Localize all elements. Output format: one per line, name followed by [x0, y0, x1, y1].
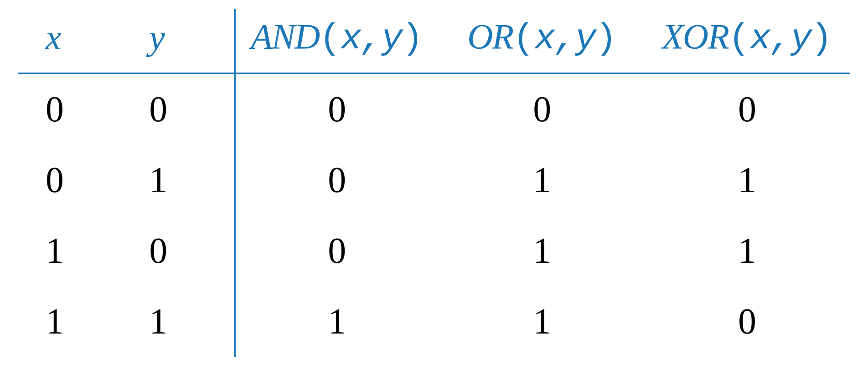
cell-xor: 1 — [645, 215, 850, 286]
paren-open: ( — [513, 19, 534, 59]
cell-and: 1 — [234, 286, 439, 357]
cell-x: 1 — [18, 286, 126, 357]
cell-y: 0 — [126, 73, 234, 145]
paren-close: ) — [402, 19, 423, 59]
header-y: y — [126, 9, 234, 73]
table-body: 0 0 0 0 0 0 1 0 1 1 1 0 0 1 1 1 — [18, 73, 850, 357]
paren-close: ) — [595, 19, 617, 59]
truth-table-container: x y AND(x,y) OR(x,y) XOR(x,y) 0 0 0 0 0 — [18, 9, 850, 357]
and-args: x,y — [341, 19, 402, 59]
table-row: 1 0 0 1 1 — [18, 215, 850, 286]
xor-args: x,y — [750, 19, 811, 59]
cell-x: 0 — [18, 145, 126, 215]
cell-and: 0 — [234, 145, 439, 215]
table-row: 1 1 1 1 0 — [18, 286, 850, 357]
header-and: AND(x,y) — [234, 9, 439, 73]
cell-xor: 1 — [645, 145, 850, 215]
cell-x: 1 — [18, 215, 126, 286]
header-xor: XOR(x,y) — [645, 9, 850, 73]
paren-close: ) — [811, 19, 832, 59]
truth-table: x y AND(x,y) OR(x,y) XOR(x,y) 0 0 0 0 0 — [18, 9, 850, 357]
cell-xor: 0 — [645, 286, 850, 357]
paren-open: ( — [319, 19, 341, 59]
or-label: OR — [467, 16, 513, 56]
header-x: x — [18, 9, 126, 73]
cell-or: 0 — [439, 73, 645, 145]
cell-or: 1 — [439, 286, 645, 357]
cell-y: 1 — [126, 145, 234, 215]
and-label: AND — [251, 16, 319, 56]
xor-label: XOR — [662, 16, 728, 56]
cell-x: 0 — [18, 73, 126, 145]
paren-open: ( — [728, 19, 750, 59]
cell-y: 0 — [126, 215, 234, 286]
or-args: x,y — [534, 19, 595, 59]
cell-and: 0 — [234, 73, 439, 145]
cell-or: 1 — [439, 215, 645, 286]
cell-and: 0 — [234, 215, 439, 286]
header-or: OR(x,y) — [439, 9, 645, 73]
header-row: x y AND(x,y) OR(x,y) XOR(x,y) — [18, 9, 850, 73]
cell-y: 1 — [126, 286, 234, 357]
table-row: 0 1 0 1 1 — [18, 145, 850, 215]
cell-xor: 0 — [645, 73, 850, 145]
cell-or: 1 — [439, 145, 645, 215]
table-row: 0 0 0 0 0 — [18, 73, 850, 145]
